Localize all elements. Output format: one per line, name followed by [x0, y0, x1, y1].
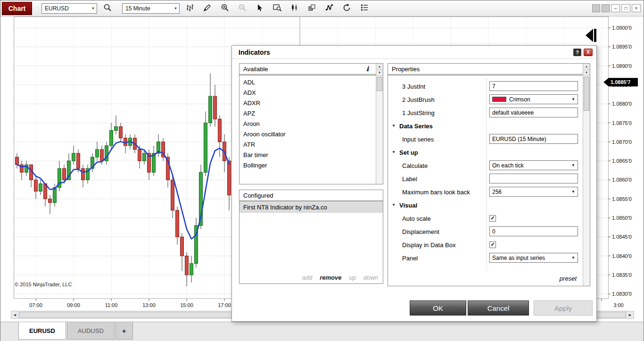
property-label: Label — [388, 175, 417, 183]
chart-menu-button[interactable]: Chart — [2, 2, 32, 15]
zoom-in-button[interactable] — [218, 2, 232, 15]
dialog-title-bar[interactable]: Indicators ? X — [232, 46, 596, 59]
scroll-down-icon[interactable]: ▼ — [583, 70, 590, 76]
label-input[interactable] — [489, 174, 578, 183]
go-to-latest-icon[interactable] — [586, 29, 596, 42]
available-item[interactable]: Aroon — [239, 119, 376, 129]
copyright-text: © 2015 NinjaTrader, LLC — [15, 282, 72, 287]
scroll-up-icon[interactable]: ▲ — [376, 64, 383, 70]
price-axis-label: 1.0890'0 — [612, 63, 632, 69]
price-axis-label: 1.0870'0 — [612, 139, 632, 145]
available-item[interactable]: ADL — [239, 77, 376, 88]
cursor-button[interactable] — [253, 2, 267, 15]
property-label: Input series — [388, 136, 434, 143]
reload-icon — [343, 3, 351, 14]
maximize-button[interactable]: □ — [621, 4, 630, 12]
window-controls: – □ × — [592, 4, 641, 12]
window-flat-button[interactable] — [602, 4, 610, 12]
data-box-button[interactable] — [270, 2, 284, 15]
configured-item[interactable]: First NT8 Indicator by ninZa.co — [239, 202, 383, 213]
displacement-input[interactable]: 0 — [489, 226, 578, 236]
maximum-bars-look-back-select[interactable]: 256▼ — [489, 187, 578, 197]
current-price-marker: 1.0885'7 — [603, 78, 638, 86]
available-scrollbar[interactable]: ▲ ▼ — [376, 64, 383, 184]
panel-select[interactable]: Same as input series▼ — [489, 253, 578, 263]
chart-tab-audusd[interactable]: AUDUSD — [67, 322, 115, 340]
down-button: down — [363, 274, 378, 281]
price-axis-label: 1.0855'0 — [612, 196, 632, 202]
price-axis-label: 1.0860'0 — [612, 177, 632, 183]
cancel-button[interactable]: Cancel — [468, 300, 529, 316]
available-list: ADLADXADXRAPZAroonAroon oscillatorATRBar… — [239, 76, 376, 184]
auto-scale-checkbox[interactable]: ✓ — [489, 215, 496, 222]
1-juststring-input[interactable]: default valueeee — [489, 108, 578, 117]
input-series-input[interactable]: EURUSD (15 Minute) — [489, 134, 578, 144]
chart-tab-add[interactable]: + — [116, 322, 133, 340]
time-axis-label: 09:00 — [67, 302, 80, 308]
properties-panel: Properties 3 JustInt72 JustBrushCrimson▼… — [388, 63, 590, 286]
chart-style-button[interactable] — [183, 2, 197, 15]
up-button: up — [349, 274, 355, 281]
property-label: 1 JustString — [388, 109, 435, 116]
preset-link[interactable]: preset — [560, 275, 577, 282]
strategies-button[interactable] — [305, 2, 319, 15]
available-item[interactable]: Bollinger — [239, 160, 376, 171]
section-collapse-icon[interactable]: ▼ — [392, 203, 396, 207]
instrument-search-button[interactable] — [100, 2, 115, 15]
price-axis-label: 1.0850'0 — [612, 215, 632, 221]
scroll-left-icon[interactable]: ◀ — [11, 311, 19, 318]
scroll-right-icon[interactable]: ▶ — [626, 311, 634, 318]
available-item[interactable]: ATR — [239, 140, 376, 150]
chart-window: Chart EURUSD ▼ 15 Minute ▼ — [0, 0, 644, 341]
indicators-button[interactable] — [288, 2, 302, 15]
drawing-tools-button[interactable] — [200, 2, 215, 15]
chevron-down-icon: ▼ — [569, 190, 575, 194]
chart-tab-eurusd[interactable]: EURUSD — [18, 322, 66, 340]
property-label: Displacement — [388, 228, 439, 235]
dialog-close-button[interactable]: X — [584, 49, 593, 56]
available-item[interactable]: ADX — [239, 88, 376, 98]
instrument-select[interactable]: EURUSD ▼ — [41, 3, 97, 14]
3-justint-input[interactable]: 7 — [489, 81, 578, 91]
chevron-down-icon: ▼ — [569, 97, 575, 101]
add-button: add — [302, 274, 313, 281]
time-axis-label: 13:00 — [142, 302, 156, 308]
scroll-down-icon[interactable]: ▼ — [376, 70, 383, 76]
calculate-select[interactable]: On each tick▼ — [489, 160, 578, 170]
available-item[interactable]: Bar timer — [239, 150, 376, 160]
scrollbar-thumb[interactable] — [584, 77, 589, 111]
properties-scrollbar[interactable]: ▲ ▼ — [583, 64, 590, 286]
display-in-data-box-checkbox[interactable]: ✓ — [489, 241, 496, 248]
reload-button[interactable] — [340, 2, 354, 15]
minimize-button[interactable]: – — [611, 4, 620, 12]
available-item[interactable]: APZ — [239, 108, 376, 119]
section-collapse-icon[interactable]: ▼ — [392, 124, 396, 128]
available-item[interactable]: Aroon oscillator — [239, 129, 376, 140]
price-axis-label: 1.0830'0 — [612, 291, 632, 297]
scroll-up-icon[interactable]: ▲ — [583, 64, 590, 70]
ok-button[interactable]: OK — [410, 300, 466, 316]
price-axis-label: 1.0895'0 — [612, 44, 632, 50]
remove-button[interactable]: remove — [320, 274, 341, 281]
time-axis-label: 3:00 — [613, 302, 623, 308]
scrollbar-thumb[interactable] — [377, 77, 382, 91]
property-label: Calculate — [388, 162, 428, 169]
interval-select[interactable]: 15 Minute ▼ — [122, 3, 180, 14]
available-item[interactable]: ADXR — [239, 98, 376, 108]
svg-text:1.0885'7: 1.0885'7 — [611, 79, 630, 85]
chevron-down-icon: ▼ — [569, 163, 575, 167]
path-n-icon: N — [325, 3, 334, 14]
help-button[interactable]: ? — [573, 49, 581, 56]
available-header: Available i — [239, 64, 383, 75]
section-collapse-icon[interactable]: ▼ — [392, 150, 396, 154]
2-justbrush-select[interactable]: Crimson▼ — [489, 94, 578, 104]
apply-button: Apply — [534, 300, 593, 316]
info-icon[interactable]: i — [366, 65, 369, 73]
ma-line — [17, 141, 229, 239]
property-grid: 3 JustInt72 JustBrushCrimson▼1 JustStrin… — [388, 76, 583, 272]
drawing-path-button[interactable]: N — [322, 2, 337, 15]
close-button[interactable]: × — [632, 4, 641, 12]
window-flat-button[interactable] — [592, 4, 600, 12]
configured-panel: Configured First NT8 Indicator by ninZa.… — [239, 190, 383, 284]
chart-properties-button[interactable] — [357, 2, 372, 15]
